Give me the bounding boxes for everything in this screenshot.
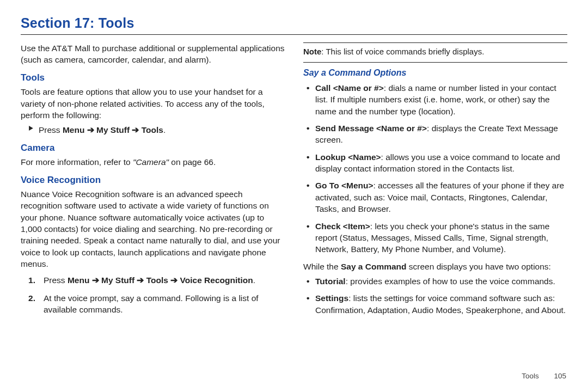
command-call: Call <Name or #>: dials a name or number…	[307, 82, 567, 117]
step-2: At the voice prompt, say a command. Foll…	[44, 292, 285, 316]
footer-section: Tools	[522, 372, 539, 380]
mystuff-label: My Stuff	[101, 275, 134, 285]
while-bold: Say a Command	[341, 262, 407, 271]
two-column-layout: Use the AT&T Mall to purchase additional…	[21, 42, 567, 322]
svg-marker-0	[29, 126, 33, 131]
camera-post: on page 66.	[169, 157, 216, 167]
voice-recognition-steps: Press Menu ➔ My Stuff ➔ Tools ➔ Voice Re…	[44, 274, 285, 316]
voice-recognition-body: Nuance Voice Recognition software is an …	[21, 188, 285, 270]
command-send-message: Send Message <Name or #>: displays the C…	[307, 122, 567, 146]
cmd-title: Check <Item>	[315, 222, 370, 231]
opt-desc: : lists the settings for voice command s…	[315, 293, 566, 314]
option-tutorial: Tutorial: provides examples of how to us…	[307, 275, 567, 287]
cmd-title: Call <Name or #>	[315, 83, 384, 93]
press-word: Press	[44, 275, 68, 285]
option-settings: Settings: lists the settings for voice c…	[307, 292, 567, 316]
note-box: Note: This list of voice commands briefl…	[303, 42, 567, 63]
opt-desc: : provides examples of how to use the vo…	[346, 277, 555, 286]
cmd-title: Send Message <Name or #>	[315, 124, 427, 133]
press-word: Press	[39, 125, 63, 134]
while-sentence: While the Say a Command screen displays …	[303, 261, 567, 272]
step-1: Press Menu ➔ My Stuff ➔ Tools ➔ Voice Re…	[44, 274, 285, 286]
say-command-heading: Say a Command Options	[303, 67, 567, 79]
arrow-icon: ➔	[134, 275, 146, 285]
intro-paragraph: Use the AT&T Mall to purchase additional…	[21, 42, 285, 66]
note-text: This list of voice commands briefly disp…	[326, 47, 484, 56]
footer-page-number: 105	[554, 372, 566, 380]
arrow-icon: ➔	[168, 275, 180, 285]
command-check: Check <Item>: lets you check your phone'…	[307, 220, 567, 255]
command-list: Call <Name or #>: dials a name or number…	[307, 82, 567, 255]
menu-label: Menu	[63, 125, 84, 134]
option-list: Tutorial: provides examples of how to us…	[307, 275, 567, 316]
camera-pre: For more information, refer to	[21, 157, 133, 167]
section-title: Section 17: Tools	[21, 15, 567, 31]
opt-title: Tutorial	[315, 277, 346, 286]
right-column: Note: This list of voice commands briefl…	[303, 42, 567, 322]
tools-nav-text: Press Menu ➔ My Stuff ➔ Tools.	[39, 124, 166, 136]
while-pre: While the	[303, 262, 341, 271]
voice-recognition-heading: Voice Recognition	[21, 174, 285, 186]
period: .	[253, 275, 255, 285]
title-rule	[21, 34, 567, 35]
note-label: Note	[303, 47, 321, 56]
arrow-icon: ➔	[89, 275, 101, 285]
manual-page: Section 17: Tools Use the AT&T Mall to p…	[0, 0, 588, 392]
tools-label: Tools	[146, 275, 168, 285]
cmd-title: Go To <Menu>	[315, 181, 373, 190]
mystuff-label: My Stuff	[96, 125, 130, 134]
while-post: screen displays you have two options:	[407, 262, 551, 271]
camera-heading: Camera	[21, 142, 285, 154]
arrow-icon: ➔	[84, 125, 96, 134]
command-go-to: Go To <Menu>: accesses all the features …	[307, 180, 567, 215]
camera-body: For more information, refer to "Camera" …	[21, 156, 285, 168]
arrow-icon: ➔	[130, 125, 142, 134]
opt-title: Settings	[315, 293, 348, 303]
left-column: Use the AT&T Mall to purchase additional…	[21, 42, 285, 322]
tools-body: Tools are feature options that allow you…	[21, 86, 285, 121]
tools-label: Tools	[142, 125, 163, 134]
cmd-title: Lookup <Name>	[315, 152, 381, 162]
tools-heading: Tools	[21, 71, 285, 84]
command-lookup: Lookup <Name>: allows you use a voice co…	[307, 151, 567, 175]
menu-label: Menu	[68, 275, 89, 285]
period: .	[163, 125, 166, 134]
vr-label: Voice Recognition	[180, 275, 253, 285]
chevron-right-icon	[28, 125, 34, 131]
tools-nav-step: Press Menu ➔ My Stuff ➔ Tools.	[28, 124, 285, 136]
page-footer: Tools 105	[522, 372, 566, 380]
camera-ref: "Camera"	[133, 157, 169, 167]
